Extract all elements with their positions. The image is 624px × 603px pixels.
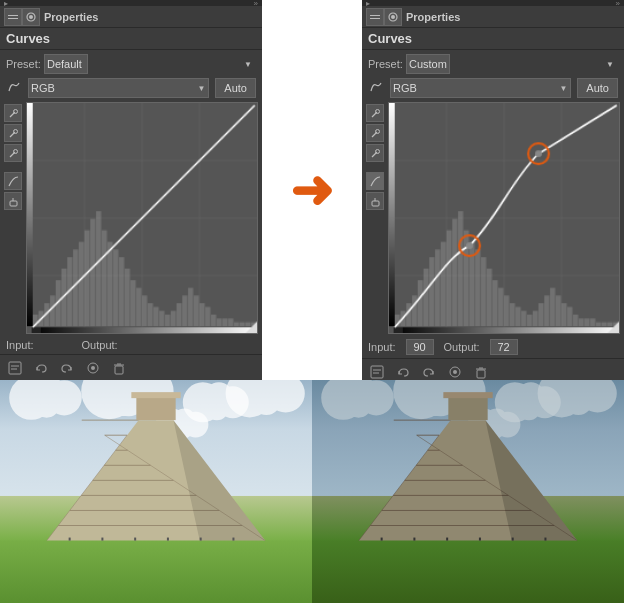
right-curve-tools xyxy=(366,102,386,334)
left-curves-title: Curves xyxy=(6,31,50,46)
top-row: ▸ » Properties Curves xyxy=(0,0,624,380)
left-channel-wrapper: RGB Red Green Blue xyxy=(28,78,209,98)
right-input-value: 90 xyxy=(406,339,434,355)
right-channel-icon xyxy=(368,80,384,96)
right-panel-icon xyxy=(366,8,384,26)
arrow-section: ➜ xyxy=(262,164,362,216)
left-panel-title: Properties xyxy=(44,11,98,23)
right-footer-icon-visibility[interactable] xyxy=(446,363,464,381)
svg-rect-31 xyxy=(477,370,485,378)
right-eyedropper2[interactable] xyxy=(366,124,384,142)
left-curve-canvas[interactable] xyxy=(26,102,258,334)
left-preset-wrapper: Default Custom Linear xyxy=(44,54,256,74)
left-output-value xyxy=(128,344,156,346)
svg-point-5 xyxy=(13,129,17,133)
left-channel-row: RGB Red Green Blue Auto xyxy=(6,78,256,98)
left-panel: ▸ » Properties Curves xyxy=(0,0,262,380)
right-preset-label: Preset: xyxy=(368,58,400,70)
left-panel-footer xyxy=(0,354,262,381)
left-input-label: Input: xyxy=(6,339,34,351)
left-output-label: Output: xyxy=(82,339,118,351)
footer-icon-pin[interactable] xyxy=(6,359,24,377)
svg-rect-9 xyxy=(9,362,21,374)
svg-point-22 xyxy=(375,129,379,133)
svg-point-13 xyxy=(91,366,95,370)
right-io-row: Input: 90 Output: 72 xyxy=(362,336,624,358)
footer-icon-trash[interactable] xyxy=(110,359,128,377)
right-footer-icon-undo[interactable] xyxy=(394,363,412,381)
svg-point-4 xyxy=(13,109,17,113)
eyedropper1[interactable] xyxy=(4,104,22,122)
right-output-value: 72 xyxy=(490,339,518,355)
footer-icon-visibility[interactable] xyxy=(84,359,102,377)
curve-tool[interactable] xyxy=(4,172,22,190)
left-curve-tools xyxy=(4,102,24,334)
right-panel-header-controls: Preset: Default Custom Linear xyxy=(362,50,624,100)
right-curves-title: Curves xyxy=(368,31,412,46)
left-io-row: Input: Output: xyxy=(0,336,262,354)
svg-point-21 xyxy=(375,109,379,113)
bottom-row xyxy=(0,380,624,603)
right-panel-header: Properties xyxy=(362,6,624,28)
footer-icon-undo[interactable] xyxy=(32,359,50,377)
svg-point-20 xyxy=(391,15,395,19)
svg-point-30 xyxy=(453,370,457,374)
left-preset-row: Preset: Default Custom Linear xyxy=(6,54,256,74)
right-preset-select[interactable]: Default Custom Linear xyxy=(406,54,450,74)
eyedropper3[interactable] xyxy=(4,144,22,162)
right-panel-icon2 xyxy=(384,8,402,26)
eyedropper2[interactable] xyxy=(4,124,22,142)
right-hand-tool[interactable] xyxy=(366,192,384,210)
left-auto-button[interactable]: Auto xyxy=(215,78,256,98)
svg-point-6 xyxy=(13,149,17,153)
right-curve-canvas[interactable] xyxy=(388,102,620,334)
right-eyedropper1[interactable] xyxy=(366,104,384,122)
svg-rect-17 xyxy=(370,15,380,16)
right-channel-wrapper: RGB Red Green Blue xyxy=(390,78,571,98)
left-photo xyxy=(0,380,312,603)
right-curve-area xyxy=(362,100,624,336)
left-channel-select[interactable]: RGB Red Green Blue xyxy=(28,78,209,98)
right-footer-icon-pin[interactable] xyxy=(368,363,386,381)
left-preset-select[interactable]: Default Custom Linear xyxy=(44,54,88,74)
right-auto-button[interactable]: Auto xyxy=(577,78,618,98)
right-panel: ▸ » Properties Curves xyxy=(362,0,624,380)
footer-icon-redo[interactable] xyxy=(58,359,76,377)
right-photo xyxy=(312,380,624,603)
svg-rect-24 xyxy=(372,201,379,206)
panel-icon2 xyxy=(22,8,40,26)
svg-point-3 xyxy=(29,15,33,19)
right-input-label: Input: xyxy=(368,341,396,353)
svg-rect-14 xyxy=(115,366,123,374)
right-channel-row: RGB Red Green Blue Auto xyxy=(368,78,618,98)
left-panel-header: Properties xyxy=(0,6,262,28)
right-eyedropper3[interactable] xyxy=(366,144,384,162)
left-curve-area xyxy=(0,100,262,336)
svg-rect-7 xyxy=(10,201,17,206)
right-channel-select[interactable]: RGB Red Green Blue xyxy=(390,78,571,98)
left-panel-header-controls: Preset: Default Custom Linear xyxy=(0,50,262,100)
right-preset-wrapper: Default Custom Linear xyxy=(406,54,618,74)
right-curve-tool[interactable] xyxy=(366,172,384,190)
right-preset-row: Preset: Default Custom Linear xyxy=(368,54,618,74)
svg-rect-18 xyxy=(370,18,380,19)
svg-rect-0 xyxy=(8,15,18,16)
svg-rect-26 xyxy=(371,366,383,378)
svg-rect-1 xyxy=(8,18,18,19)
big-arrow: ➜ xyxy=(290,164,334,216)
left-input-value xyxy=(44,344,72,346)
right-footer-icon-redo[interactable] xyxy=(420,363,438,381)
svg-point-23 xyxy=(375,149,379,153)
right-footer-icon-trash[interactable] xyxy=(472,363,490,381)
left-preset-label: Preset: xyxy=(6,58,38,70)
right-panel-title: Properties xyxy=(406,11,460,23)
panel-icon xyxy=(4,8,22,26)
right-output-label: Output: xyxy=(444,341,480,353)
hand-tool[interactable] xyxy=(4,192,22,210)
channel-icon xyxy=(6,80,22,96)
